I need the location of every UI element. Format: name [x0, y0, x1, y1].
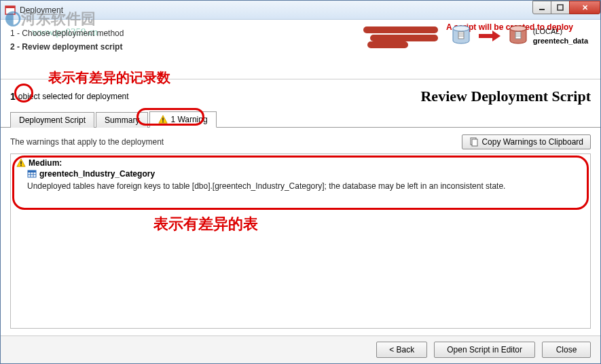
svg-rect-21	[28, 170, 36, 172]
svg-rect-18	[20, 161, 22, 164]
warnings-list: Medium: greentech_Industry_Category Unde…	[10, 153, 591, 329]
titlebar: Deployment ✕	[1, 1, 600, 20]
svg-rect-6	[458, 32, 464, 39]
window-controls: ✕	[533, 1, 600, 14]
table-icon	[27, 169, 37, 179]
svg-rect-2	[539, 9, 545, 10]
source-db-icon	[452, 25, 471, 47]
window-title: Deployment	[20, 5, 63, 15]
content-header: The warnings that apply to the deploymen…	[10, 132, 591, 153]
tab-summary[interactable]: Summary	[96, 112, 148, 128]
maximize-button[interactable]	[551, 1, 570, 14]
close-dialog-button[interactable]: Close	[542, 342, 591, 358]
tabs: Deployment Script Summary 1 Warning	[1, 111, 600, 128]
svg-rect-11	[515, 32, 521, 39]
target-database: greentech_data	[533, 36, 588, 46]
step-1: 1 - Choose deployment method	[10, 26, 124, 40]
svg-rect-3	[558, 5, 563, 10]
app-icon	[5, 5, 16, 16]
target-server: (LOCAL)	[533, 26, 588, 36]
tab-content: The warnings that apply to the deploymen…	[1, 128, 600, 335]
arrow-icon	[477, 29, 502, 43]
svg-point-10	[510, 26, 526, 31]
selection-count: 1	[10, 91, 16, 102]
copy-icon	[469, 137, 479, 147]
step-list: 1 - Choose deployment method 2 - Review …	[10, 26, 124, 75]
selection-label: object selected for deployment	[18, 92, 129, 101]
step-2: 2 - Review deployment script	[10, 40, 124, 54]
back-button[interactable]: < Back	[376, 342, 427, 358]
svg-rect-1	[5, 6, 15, 8]
svg-rect-14	[163, 117, 164, 120]
tab-warnings[interactable]: 1 Warning	[149, 111, 216, 128]
svg-rect-19	[20, 165, 22, 166]
open-script-button[interactable]: Open Script in Editor	[434, 342, 535, 358]
warning-message: Undeployed tables have foreign keys to t…	[16, 181, 585, 191]
svg-rect-15	[163, 122, 164, 123]
copy-warnings-button[interactable]: Copy Warnings to Clipboard	[462, 134, 591, 149]
minimize-button[interactable]	[532, 1, 551, 14]
target-db: (LOCAL) greentech_data	[509, 25, 588, 47]
svg-rect-17	[472, 139, 477, 146]
warning-object: greentech_Industry_Category	[16, 169, 585, 179]
svg-point-5	[453, 26, 469, 31]
source-redacted	[363, 24, 445, 48]
warning-icon	[158, 115, 168, 124]
warning-level: Medium:	[16, 158, 585, 168]
page-title: Review Deployment Script	[420, 88, 591, 105]
close-button[interactable]: ✕	[569, 1, 600, 14]
target-db-icon	[509, 25, 528, 47]
footer-buttons: < Back Open Script in Editor Close	[1, 335, 600, 363]
tab-warnings-label: 1 Warning	[170, 115, 207, 124]
warnings-description: The warnings that apply to the deploymen…	[10, 137, 164, 147]
annotation-table: 表示有差异的表	[153, 214, 258, 234]
tab-deployment-script[interactable]: Deployment Script	[10, 112, 94, 128]
selection-count-row: 表示有差异的记录数 1 object selected for deployme…	[1, 84, 600, 108]
deployment-diagram: (LOCAL) greentech_data	[363, 24, 588, 48]
deployment-window: Deployment ✕ ◐河东软件园 www.pc0359.cn 1 - Ch…	[0, 0, 601, 364]
warning-icon	[16, 158, 26, 168]
annotation-count: 表示有差异的记录数	[48, 69, 170, 87]
